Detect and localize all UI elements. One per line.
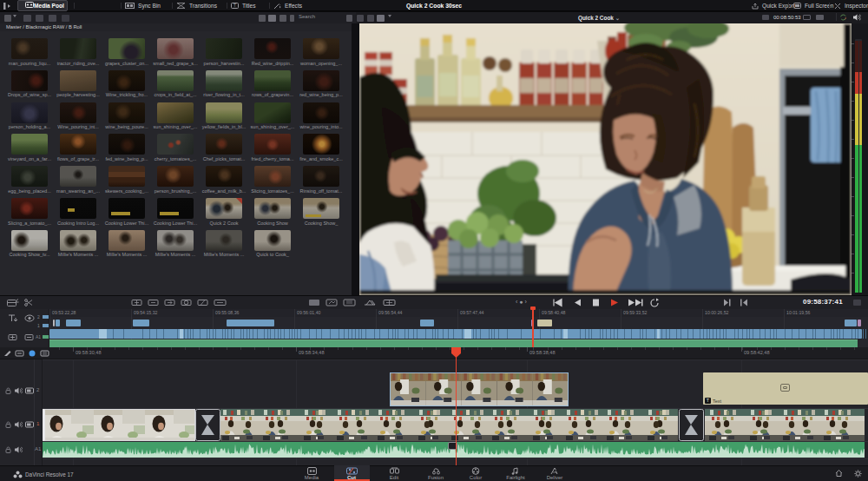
svg-text:T: T xyxy=(233,3,236,9)
